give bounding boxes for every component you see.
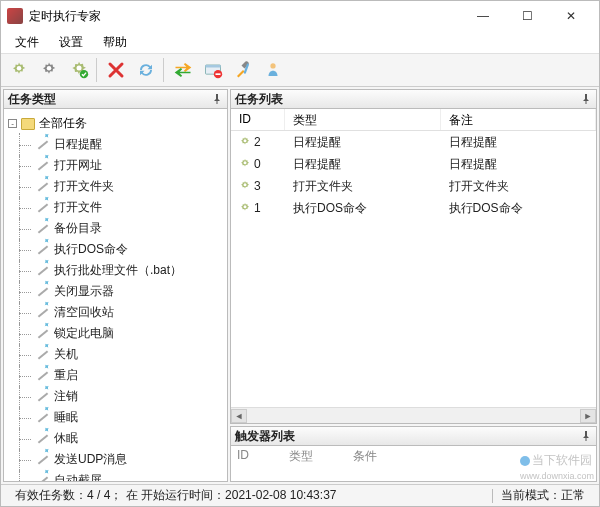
- toolbar-new-task[interactable]: [5, 56, 33, 84]
- task-type-icon: [36, 453, 50, 467]
- minimize-button[interactable]: —: [461, 2, 505, 30]
- collapse-icon[interactable]: -: [8, 119, 17, 128]
- tree-item[interactable]: 关闭显示器: [10, 281, 225, 302]
- horizontal-scrollbar[interactable]: ◄ ►: [231, 407, 596, 423]
- col-id[interactable]: ID: [231, 109, 285, 130]
- col-note[interactable]: 备注: [441, 109, 597, 130]
- task-type-icon: [36, 348, 50, 362]
- trigger-col-cond[interactable]: 条件: [353, 448, 377, 464]
- toolbar-delete[interactable]: [102, 56, 130, 84]
- task-type-icon: [36, 306, 50, 320]
- svg-point-11: [244, 183, 247, 186]
- tree-item-label: 发送UDP消息: [54, 451, 127, 468]
- task-type-icon: [36, 411, 50, 425]
- scroll-track[interactable]: [247, 409, 580, 423]
- tree-item[interactable]: 自动截屏: [10, 470, 225, 482]
- statusbar: 有效任务数：4 / 4； 在 开始运行时间：2021-02-08 10:43:3…: [1, 484, 599, 506]
- toolbar-gear-check[interactable]: [65, 56, 93, 84]
- trigger-columns: ID 类型 条件: [231, 446, 596, 466]
- cell-id: 1: [231, 201, 285, 215]
- task-type-icon: [36, 327, 50, 341]
- task-list-header: 任务列表: [230, 89, 597, 109]
- toolbar-user[interactable]: [259, 56, 287, 84]
- scroll-left-icon[interactable]: ◄: [231, 409, 247, 423]
- task-type-icon: [36, 369, 50, 383]
- task-type-icon: [36, 159, 50, 173]
- toolbar-tools[interactable]: [229, 56, 257, 84]
- tree-item[interactable]: 执行DOS命令: [10, 239, 225, 260]
- tree-item-label: 日程提醒: [54, 136, 102, 153]
- trigger-list-title: 触发器列表: [235, 428, 295, 445]
- cell-id: 0: [231, 157, 285, 171]
- tree-item[interactable]: 锁定此电脑: [10, 323, 225, 344]
- svg-point-0: [17, 66, 22, 71]
- tree-item-label: 打开网址: [54, 157, 102, 174]
- tree-item[interactable]: 注销: [10, 386, 225, 407]
- toolbar-remove-row[interactable]: [199, 56, 227, 84]
- status-mode: 当前模式：正常: [493, 487, 593, 504]
- svg-rect-5: [206, 65, 221, 68]
- maximize-button[interactable]: ☐: [505, 2, 549, 30]
- close-button[interactable]: ✕: [549, 2, 593, 30]
- tree-item[interactable]: 执行批处理文件（.bat）: [10, 260, 225, 281]
- task-type-pane: 任务类型 - 全部任务 日程提醒打开网址打开文件夹打开文件备份目录执行DOS命令…: [3, 89, 228, 482]
- table-row[interactable]: 1执行DOS命令执行DOS命令: [231, 197, 596, 219]
- app-icon: [7, 8, 23, 24]
- tree-item[interactable]: 睡眠: [10, 407, 225, 428]
- cell-type: 日程提醒: [285, 156, 441, 173]
- menu-settings[interactable]: 设置: [49, 32, 93, 53]
- tree-item-label: 打开文件夹: [54, 178, 114, 195]
- table-row[interactable]: 3打开文件夹打开文件夹: [231, 175, 596, 197]
- cell-type: 执行DOS命令: [285, 200, 441, 217]
- tree-item[interactable]: 发送UDP消息: [10, 449, 225, 470]
- menu-help[interactable]: 帮助: [93, 32, 137, 53]
- task-type-header: 任务类型: [3, 89, 228, 109]
- tree-item[interactable]: 日程提醒: [10, 134, 225, 155]
- pin-icon[interactable]: [211, 93, 223, 105]
- task-type-body[interactable]: - 全部任务 日程提醒打开网址打开文件夹打开文件备份目录执行DOS命令执行批处理…: [3, 109, 228, 482]
- svg-rect-7: [216, 73, 221, 75]
- task-type-icon: [36, 138, 50, 152]
- trigger-col-id[interactable]: ID: [237, 448, 249, 464]
- toolbar: [1, 53, 599, 87]
- cell-note: 日程提醒: [441, 156, 597, 173]
- tree-item-label: 关机: [54, 346, 78, 363]
- toolbar-refresh[interactable]: [132, 56, 160, 84]
- tree-item[interactable]: 关机: [10, 344, 225, 365]
- table-row[interactable]: 0日程提醒日程提醒: [231, 153, 596, 175]
- cell-type: 日程提醒: [285, 134, 441, 151]
- tree-item[interactable]: 休眠: [10, 428, 225, 449]
- table-row[interactable]: 2日程提醒日程提醒: [231, 131, 596, 153]
- tree-item[interactable]: 重启: [10, 365, 225, 386]
- pin-icon[interactable]: [580, 93, 592, 105]
- trigger-col-type[interactable]: 类型: [289, 448, 313, 464]
- folder-icon: [21, 118, 35, 130]
- cell-note: 打开文件夹: [441, 178, 597, 195]
- trigger-list-body[interactable]: ID 类型 条件: [230, 446, 597, 482]
- cell-type: 打开文件夹: [285, 178, 441, 195]
- cell-id: 3: [231, 179, 285, 193]
- tree-item[interactable]: 备份目录: [10, 218, 225, 239]
- svg-point-2: [77, 65, 82, 70]
- task-type-tree: - 全部任务 日程提醒打开网址打开文件夹打开文件备份目录执行DOS命令执行批处理…: [4, 109, 227, 482]
- tree-item[interactable]: 清空回收站: [10, 302, 225, 323]
- toolbar-gear2[interactable]: [35, 56, 63, 84]
- toolbar-separator: [96, 58, 99, 82]
- tree-item[interactable]: 打开文件: [10, 197, 225, 218]
- col-type[interactable]: 类型: [285, 109, 441, 130]
- tree-item-label: 睡眠: [54, 409, 78, 426]
- toolbar-separator: [163, 58, 166, 82]
- tree-item[interactable]: 打开文件夹: [10, 176, 225, 197]
- menu-file[interactable]: 文件: [5, 32, 49, 53]
- task-list-body[interactable]: ID 类型 备注 2日程提醒日程提醒0日程提醒日程提醒3打开文件夹打开文件夹1执…: [230, 109, 597, 424]
- tree-root[interactable]: - 全部任务: [6, 113, 225, 134]
- scroll-right-icon[interactable]: ►: [580, 409, 596, 423]
- menubar: 文件 设置 帮助: [1, 31, 599, 53]
- tree-item-label: 打开文件: [54, 199, 102, 216]
- pin-icon[interactable]: [580, 430, 592, 442]
- toolbar-swap[interactable]: [169, 56, 197, 84]
- task-type-icon: [36, 243, 50, 257]
- tree-item-label: 休眠: [54, 430, 78, 447]
- svg-point-1: [47, 66, 52, 71]
- tree-item[interactable]: 打开网址: [10, 155, 225, 176]
